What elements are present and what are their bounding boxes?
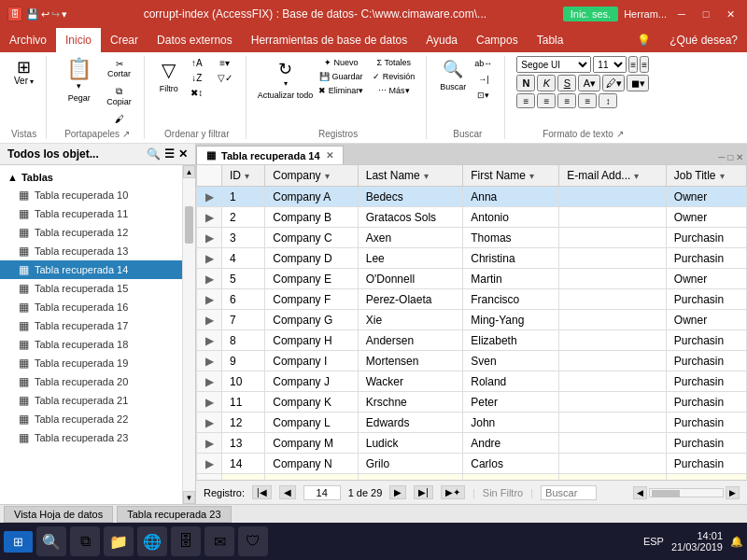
sidebar-item-table-22[interactable]: ▦Tabla recuperada 22 bbox=[0, 410, 182, 428]
record-number-input[interactable] bbox=[303, 485, 341, 500]
data-table-container[interactable]: ID ▾ Company ▾ Last Name ▾ First Name ▾ … bbox=[196, 164, 747, 480]
cell-firstname[interactable]: Christina bbox=[463, 248, 559, 269]
search-button[interactable]: 🔍 bbox=[438, 56, 468, 82]
cell-id[interactable]: 12 bbox=[222, 413, 265, 433]
cell-company[interactable]: Company E bbox=[265, 269, 358, 289]
quick-access-dropdown[interactable]: ▾ bbox=[62, 8, 67, 21]
menu-question[interactable]: 💡 bbox=[627, 28, 660, 52]
cell-email[interactable] bbox=[559, 207, 667, 228]
cell-company[interactable]: Company H bbox=[265, 330, 358, 351]
new-cell-lastname[interactable] bbox=[358, 474, 462, 481]
cell-id[interactable]: 1 bbox=[222, 187, 265, 207]
sidebar-item-table-20[interactable]: ▦Tabla recuperada 20 bbox=[0, 372, 182, 391]
align-justify-button[interactable]: ≡ bbox=[578, 93, 597, 108]
menu-herramientas[interactable]: Herramientas de base de datos bbox=[242, 28, 416, 52]
objects-scroll-area[interactable]: ▲ Tablas ▦Tabla recuperada 10▦Tabla recu… bbox=[0, 165, 182, 504]
cell-jobtitle[interactable]: Purchasin bbox=[666, 433, 746, 454]
cell-company[interactable]: Company N bbox=[265, 454, 358, 474]
cell-lastname[interactable]: Axen bbox=[358, 228, 462, 248]
cell-email[interactable] bbox=[559, 433, 667, 454]
cell-company[interactable]: Company D bbox=[265, 248, 358, 269]
scroll-down-button[interactable]: ▼ bbox=[183, 491, 195, 504]
cell-firstname[interactable]: Francisco bbox=[463, 289, 559, 310]
cell-jobtitle[interactable]: Purchasin bbox=[666, 413, 746, 433]
cell-email[interactable] bbox=[559, 330, 667, 351]
list-indent-button[interactable]: ≡ bbox=[628, 56, 638, 73]
firstname-filter-icon[interactable]: ▾ bbox=[529, 171, 534, 181]
sidebar-item-table-13[interactable]: ▦Tabla recuperada 13 bbox=[0, 242, 182, 260]
bottom-tab-hoja[interactable]: Vista Hoja de datos bbox=[4, 506, 113, 523]
menu-inicio[interactable]: Inicio bbox=[56, 28, 101, 52]
undo-icon[interactable]: ↩ bbox=[41, 8, 49, 21]
cell-email[interactable] bbox=[559, 248, 667, 269]
inic-ses-button[interactable]: Inic. ses. bbox=[563, 7, 618, 21]
taskbar-search[interactable]: 🔍 bbox=[36, 526, 66, 556]
table-row[interactable]: ▶ 13 Company M Ludick Andre Purchasin bbox=[197, 433, 747, 454]
cell-email[interactable] bbox=[559, 454, 667, 474]
cell-id[interactable]: 11 bbox=[222, 392, 265, 413]
highlight-color-button[interactable]: 🖊▾ bbox=[602, 75, 625, 91]
email-filter-icon[interactable]: ▾ bbox=[634, 171, 639, 181]
portapapeles-expand[interactable]: ↗ bbox=[122, 129, 130, 139]
col-company-header[interactable]: Company ▾ bbox=[265, 165, 358, 187]
cell-company[interactable]: Company L bbox=[265, 413, 358, 433]
cell-company[interactable]: Company G bbox=[265, 310, 358, 330]
table-row[interactable]: ▶ 10 Company J Wacker Roland Purchasin bbox=[197, 371, 747, 392]
cell-firstname[interactable]: Antonio bbox=[463, 207, 559, 228]
cell-id[interactable]: 3 bbox=[222, 228, 265, 248]
taskbar-mail[interactable]: ✉ bbox=[204, 526, 234, 556]
cell-jobtitle[interactable]: Purchasin bbox=[666, 454, 746, 474]
sidebar-item-table-21[interactable]: ▦Tabla recuperada 21 bbox=[0, 391, 182, 410]
table-row[interactable]: ▶ 6 Company F Perez-Olaeta Francisco Pur… bbox=[197, 289, 747, 310]
hscroll-right-button[interactable]: ▶ bbox=[726, 486, 740, 499]
menu-archivo[interactable]: Archivo bbox=[0, 28, 56, 52]
left-panel-scrollbar[interactable]: ▲ ▼ bbox=[182, 165, 195, 504]
cell-firstname[interactable]: Sven bbox=[463, 351, 559, 371]
next-record-button[interactable]: ▶ bbox=[389, 485, 406, 499]
sidebar-item-table-23[interactable]: ▦Tabla recuperada 23 bbox=[0, 428, 182, 447]
cell-email[interactable] bbox=[559, 351, 667, 371]
cell-company[interactable]: Company C bbox=[265, 228, 358, 248]
new-cell-email[interactable] bbox=[559, 474, 667, 481]
underline-button[interactable]: S bbox=[557, 75, 576, 91]
cell-id[interactable]: 13 bbox=[222, 433, 265, 454]
cell-jobtitle[interactable]: Owner bbox=[666, 269, 746, 289]
cell-company[interactable]: Company B bbox=[265, 207, 358, 228]
horizontal-scroll[interactable]: ◀ ▶ bbox=[633, 486, 740, 499]
cell-email[interactable] bbox=[559, 228, 667, 248]
cell-lastname[interactable]: Mortensen bbox=[358, 351, 462, 371]
taskbar-extra1[interactable]: 🛡 bbox=[238, 526, 268, 556]
cell-lastname[interactable]: Lee bbox=[358, 248, 462, 269]
delete-record-button[interactable]: ✖ Eliminar▾ bbox=[315, 84, 367, 97]
goto-button[interactable]: →| bbox=[470, 72, 497, 87]
paste-button[interactable]: 📋▾ bbox=[58, 56, 100, 91]
doc-tab-close-icon[interactable]: ✕ bbox=[326, 150, 333, 161]
cell-lastname[interactable]: Perez-Olaeta bbox=[358, 289, 462, 310]
col-jobtitle-header[interactable]: Job Title ▾ bbox=[666, 165, 746, 187]
cell-lastname[interactable]: Grilo bbox=[358, 454, 462, 474]
align-center-button[interactable]: ≡ bbox=[537, 93, 556, 108]
line-spacing-button[interactable]: ↕ bbox=[599, 93, 617, 108]
cell-id[interactable]: 2 bbox=[222, 207, 265, 228]
cell-email[interactable] bbox=[559, 187, 667, 207]
replace-button[interactable]: ab↔ bbox=[470, 56, 497, 71]
cell-firstname[interactable]: Carlos bbox=[463, 454, 559, 474]
notification-icon[interactable]: 🔔 bbox=[730, 536, 743, 548]
bottom-tab-tabla23[interactable]: Tabla recuperada 23 bbox=[117, 506, 231, 523]
font-name-select[interactable]: Segoe UI bbox=[516, 56, 591, 73]
cell-id[interactable]: 7 bbox=[222, 310, 265, 330]
taskbar-file-explorer[interactable]: 📁 bbox=[104, 526, 134, 556]
sort-asc-button[interactable]: ↑A bbox=[184, 56, 210, 70]
font-size-select[interactable]: 11 bbox=[593, 56, 627, 73]
more-button[interactable]: ⋯ Más▾ bbox=[369, 84, 418, 97]
window-controls[interactable]: ─ □ ✕ bbox=[714, 150, 747, 164]
cell-company[interactable]: Company K bbox=[265, 392, 358, 413]
refresh-button[interactable]: ↻▾ bbox=[273, 56, 299, 91]
font-color-button[interactable]: A▾ bbox=[578, 75, 600, 91]
table-row[interactable]: ▶ 4 Company D Lee Christina Purchasin bbox=[197, 248, 747, 269]
cell-jobtitle[interactable]: Purchasin bbox=[666, 371, 746, 392]
lastname-filter-icon[interactable]: ▾ bbox=[424, 171, 429, 181]
table-row[interactable]: ▶ 8 Company H Andersen Elizabeth Purchas… bbox=[197, 330, 747, 351]
list-dedent-button[interactable]: ≡ bbox=[640, 56, 649, 73]
table-row[interactable]: ▶ 1 Company A Bedecs Anna Owner bbox=[197, 187, 747, 207]
